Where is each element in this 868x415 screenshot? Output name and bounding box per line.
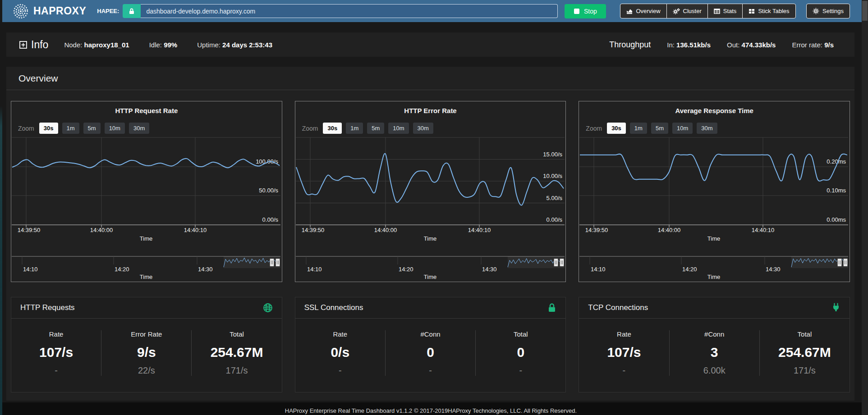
nav-axis-title: Time [707,274,720,280]
nav-x-tick: 14:30 [766,266,781,273]
chart-panel-http-request-rate: HTTP Request Rate Zoom 30s 1m 5m 10m 30m [11,101,282,282]
y-tick: 15.00/s [543,151,562,158]
stat-label: #Conn [670,330,759,338]
top-navbar: HAPROXY HAPEE: Stop Overview [0,0,862,22]
stat-label: Rate [295,330,385,338]
nav-stick-tables-button[interactable]: Stick Tables [742,4,795,18]
stop-button[interactable]: Stop [565,4,606,18]
settings-button[interactable]: Settings [806,4,850,18]
stat-label: Total [192,330,281,338]
zoom-10m-button[interactable]: 10m [672,123,693,134]
y-tick: 50.00/s [259,187,278,194]
nav-x-tick: 14:10 [307,266,322,273]
chart-plot[interactable]: 15.00/s 10.00/s 5.00/s 0.00/s 14:39:50 1… [296,137,565,281]
y-tick: 0.20ms [827,158,846,165]
chart-plot[interactable]: 0.20ms 0.10ms 0.00ms 14:39:50 14:40:00 1… [579,137,848,281]
lock-icon [547,303,556,313]
info-left: Info Node: haproxy18_01 Idle: 99% Uptime… [19,39,292,51]
nav-overview-button[interactable]: Overview [620,4,666,18]
zoom-5m-button[interactable]: 5m [651,123,668,134]
table-icon [714,8,720,14]
card-tcp-connections: TCP Connections Rate 107/s - [579,297,850,392]
card-title: SSL Connections [304,303,363,312]
stat-label: Total [760,330,850,338]
chart-plot[interactable]: 100.00/s 50.00/s 0.00/s 14:39:50 14:40:0… [12,137,280,281]
navigator-handle[interactable] [554,259,558,266]
navigator-handle[interactable] [844,259,848,266]
y-tick: 10.00/s [543,173,562,179]
zoom-label: Zoom [586,125,602,132]
nav-stats-label: Stats [723,8,737,14]
stop-icon [574,9,579,14]
nav-x-tick: 14:20 [115,266,129,273]
navigator-handle[interactable] [560,259,564,266]
stat-col-conn: #Conn 0 - [385,330,475,376]
navigator-handle[interactable] [276,259,280,266]
zoom-30m-button[interactable]: 30m [129,123,149,134]
nav-stats-button[interactable]: Stats [707,4,743,18]
node-info: Node: haproxy18_01 [64,41,129,49]
zoom-10m-button[interactable]: 10m [105,123,125,134]
nav-stick-tables-label: Stick Tables [758,8,789,14]
zoom-controls: Zoom 30s 1m 5m 10m 30m [302,123,566,134]
stat-sub: - [386,365,475,376]
chart-title: HTTP Request Rate [11,107,282,114]
card-body: Rate 0/s - #Conn 0 - Total 0 - [295,319,566,389]
zoom-30s-button[interactable]: 30s [607,123,626,134]
nav-overview-label: Overview [636,8,660,14]
series-line [580,154,847,181]
x-axis-title: Time [423,235,436,242]
haproxy-brand[interactable]: HAPROXY [12,3,86,20]
main-content: Overview HTTP Request Rate Zoom 30s 1m 5… [6,67,854,401]
zoom-1m-button[interactable]: 1m [346,123,363,134]
stat-value: 0 [386,345,475,360]
stat-value: 254.67M [760,345,850,360]
chart-title: Average Response Time [579,107,850,114]
charts-row: HTTP Request Rate Zoom 30s 1m 5m 10m 30m [6,90,854,282]
stat-col-error-rate: Error Rate 9/s 22/s [101,330,191,376]
haproxy-logo-icon [12,3,29,20]
x-tick: 14:40:10 [468,227,491,233]
nav-x-tick: 14:30 [198,266,213,273]
zoom-10m-button[interactable]: 10m [388,123,409,134]
lock-badge [123,4,141,18]
nav-cluster-label: Cluster [683,8,702,14]
zoom-5m-button[interactable]: 5m [367,123,384,134]
chart-title: HTTP Error Rate [295,107,566,114]
throughput-label: Throughput [609,40,651,50]
card-ssl-connections: SSL Connections Rate 0/s - #Conn 0 [295,297,566,392]
settings-label: Settings [822,8,844,14]
zoom-30m-button[interactable]: 30m [413,123,433,134]
zoom-1m-button[interactable]: 1m [62,123,79,134]
zoom-30m-button[interactable]: 30m [697,123,717,134]
uptime-info: Uptime: 24 days 2:53:43 [197,41,272,49]
zoom-controls: Zoom 30s 1m 5m 10m 30m [18,123,282,134]
zoom-1m-button[interactable]: 1m [630,123,647,134]
url-input[interactable] [141,4,558,18]
zoom-30s-button[interactable]: 30s [39,123,58,134]
nav-x-tick: 14:20 [399,266,413,273]
in-info: In: 136.51kb/s [667,41,711,49]
series-line [12,159,280,168]
stat-value: 9/s [101,345,191,360]
nav-cluster-button[interactable]: Cluster [666,4,708,18]
zoom-label: Zoom [302,125,318,132]
y-tick: 0.00/s [262,216,279,223]
plus-square-icon[interactable] [19,41,27,49]
zoom-5m-button[interactable]: 5m [83,123,101,134]
out-info: Out: 474.33kb/s [727,41,776,49]
navigator-handle[interactable] [838,259,842,266]
stat-sub: - [476,365,565,376]
card-title: HTTP Requests [20,303,75,312]
zoom-30s-button[interactable]: 30s [323,123,342,134]
x-tick: 14:39:50 [585,227,608,233]
stat-value: 107/s [579,345,669,360]
vertical-scrollbar[interactable] [862,0,868,415]
footer-text: HAProxy Enterprise Real Time Dashboard v… [285,407,577,414]
scrollbar-thumb[interactable] [862,1,868,21]
y-tick: 0.00ms [827,216,846,223]
stat-sub: 22/s [101,365,191,376]
stat-value: 0/s [295,345,385,360]
navigator-handle[interactable] [270,259,274,266]
card-body: Rate 107/s - #Conn 3 6.00k Total 254.67M… [579,319,850,389]
